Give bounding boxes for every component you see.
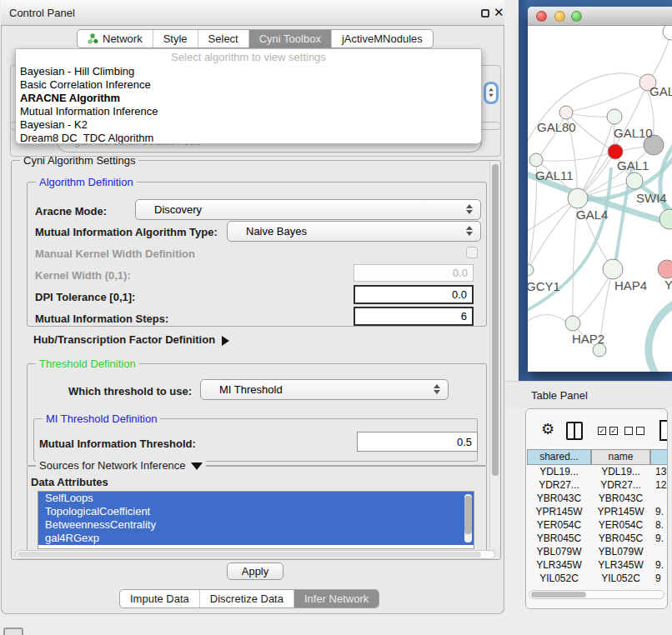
table-cell: YDL19... [591, 465, 650, 478]
dropdown-item[interactable]: Bayesian - Hill Climbing [16, 65, 481, 78]
minimize-traffic-light-icon[interactable] [554, 11, 565, 22]
which-threshold-combo[interactable]: MI Threshold [200, 379, 449, 400]
table-cell: YBR045C [527, 532, 591, 545]
attribute-list-item[interactable]: SelfLoops [38, 492, 474, 505]
table-row[interactable]: YER054CYER054C8. [527, 518, 667, 532]
mi-algorithm-type-value: Naive Bayes [246, 225, 307, 238]
stepper-icon [466, 226, 473, 236]
table-row[interactable]: YLR345WYLR345W9. [527, 558, 667, 572]
stepper-icon [434, 384, 440, 394]
dropdown-placeholder: Select algorithm to view settings [16, 49, 481, 65]
attribute-list-item[interactable]: gal4RGexp [38, 532, 474, 545]
table-row[interactable]: YDL19...YDL19...13 [527, 465, 667, 478]
table-row[interactable]: YBL079WYBL079W [527, 545, 667, 558]
column-header[interactable]: name [591, 449, 650, 465]
manual-kernel-label: Manual Kernel Width Definition [35, 248, 195, 260]
network-node[interactable] [559, 106, 573, 119]
dropdown-item[interactable]: Basic Correlation Inference [16, 78, 481, 92]
node-label: GAL10 [614, 126, 653, 140]
dropdown-item[interactable]: Mutual Information Inference [16, 105, 481, 118]
mi-steps-field[interactable]: 6 [354, 307, 474, 326]
algorithm-dropdown-popup: Select algorithm to view settings Bayesi… [15, 48, 482, 144]
sources-group-title[interactable]: Sources for Network Inference [36, 459, 206, 472]
table-cell: YBR045C [591, 532, 650, 545]
bottom-left-button-fragment[interactable] [3, 628, 23, 635]
attribute-list-item[interactable]: BetweennessCentrality [38, 518, 474, 532]
column-header[interactable]: shared... [527, 449, 591, 465]
tab-select[interactable]: Select [198, 30, 249, 48]
stepper-icon [466, 204, 473, 214]
hub-definition-toggle[interactable]: Hub/Transcription Factor Definition [33, 333, 229, 346]
network-node[interactable] [565, 316, 580, 331]
sources-title-text: Sources for Network Inference [39, 459, 186, 472]
network-node[interactable] [659, 209, 672, 229]
network-node[interactable] [607, 109, 622, 124]
network-node[interactable] [528, 264, 534, 276]
tab-style[interactable]: Style [153, 30, 198, 48]
close-traffic-light-icon[interactable] [536, 11, 547, 22]
table-row[interactable]: YBR043CYBR043C [527, 492, 667, 505]
columns-icon[interactable] [566, 422, 583, 440]
network-node[interactable] [529, 153, 543, 167]
checked-box-icon[interactable]: ✓ [598, 427, 606, 435]
manual-kernel-checkbox[interactable] [466, 247, 478, 258]
restore-icon[interactable] [481, 9, 489, 18]
close-icon[interactable]: ✕ [494, 5, 504, 20]
dpi-tolerance-field[interactable]: 0.0 [354, 285, 474, 304]
table-row[interactable]: YDR27...YDR27...12 [527, 478, 667, 492]
table-cell: YBR043C [591, 492, 650, 505]
network-node[interactable] [608, 144, 623, 159]
table-cell: 8. [650, 518, 667, 532]
mi-algorithm-type-combo[interactable]: Naive Bayes [227, 221, 481, 242]
table-row[interactable]: YIL052CYIL052C9 [527, 572, 667, 584]
network-node[interactable] [658, 260, 672, 278]
zoom-traffic-light-icon[interactable] [571, 11, 582, 22]
list-scrollbar[interactable] [464, 494, 472, 542]
apply-button[interactable]: Apply [227, 562, 283, 580]
table-hscrollbar[interactable] [529, 590, 664, 599]
table-row[interactable]: YBR045CYBR045C9. [527, 532, 667, 545]
dropdown-item[interactable]: ARACNE Algorithm [16, 92, 481, 105]
table-cell [650, 492, 667, 505]
bottom-tab-label: Impute Data [130, 592, 189, 605]
node-label: GAL80 [537, 120, 576, 134]
kernel-width-field[interactable]: 0.0 [354, 264, 474, 282]
tab-network[interactable]: Network [78, 30, 153, 48]
table-rows[interactable]: YDL19...YDL19...13YDR27...YDR27...12YBR0… [527, 465, 667, 584]
bottom-tab-infer-network[interactable]: Infer Network [294, 590, 379, 608]
tab-label: Cyni Toolbox [259, 32, 321, 45]
edge [566, 82, 648, 112]
gear-icon[interactable]: ⚙ [541, 420, 554, 438]
dropdown-item[interactable]: Dream8 DC_TDC Algorithm [16, 132, 481, 144]
network-node[interactable] [626, 172, 643, 189]
unchecked-box-icon[interactable] [636, 427, 644, 435]
table-cell: YLR345W [527, 558, 591, 572]
attribute-list-item[interactable]: TopologicalCoefficient [38, 505, 474, 518]
table-cell: YBL079W [591, 545, 650, 558]
network-canvas[interactable]: GALGAL80GAL10GAL1GAL11SWI4GAL4GCY1HAP4YH… [528, 26, 672, 372]
unchecked-box-icon[interactable] [624, 427, 633, 435]
mi-threshold-field[interactable]: 0.5 [357, 432, 478, 452]
bottom-tab-impute-data[interactable]: Impute Data [120, 590, 200, 608]
checked-box-icon[interactable]: ✓ [609, 427, 618, 435]
dropdown-item[interactable]: Bayesian - K2 [16, 118, 481, 132]
network-window: GALGAL80GAL10GAL1GAL11SWI4GAL4GCY1HAP4YH… [528, 7, 672, 372]
kernel-width-label: Kernel Width (0,1): [35, 269, 131, 282]
network-node[interactable] [663, 26, 672, 40]
page-icon[interactable] [659, 420, 668, 441]
network-node[interactable] [603, 259, 623, 279]
tab-jactivemnodules[interactable]: jActiveMNodules [332, 30, 433, 48]
table-cell: YDR27... [527, 478, 591, 492]
settings-hscrollbar[interactable] [15, 550, 495, 559]
network-node[interactable] [568, 188, 588, 208]
data-attributes-list[interactable]: SelfLoopsTopologicalCoefficientBetweenne… [38, 491, 474, 549]
control-panel-title: Control Panel [9, 7, 75, 19]
aracne-mode-combo[interactable]: Discovery [135, 199, 481, 220]
settings-scrollbar[interactable] [489, 162, 499, 548]
table-row[interactable]: YPR145WYPR145W9. [527, 505, 667, 518]
node-label: GAL1 [617, 158, 649, 172]
bottom-tab-discretize-data[interactable]: Discretize Data [200, 590, 294, 608]
inference-algorithm-combo-fragment[interactable] [484, 82, 499, 104]
column-header[interactable] [650, 449, 668, 465]
tab-cyni-toolbox[interactable]: Cyni Toolbox [249, 30, 332, 48]
